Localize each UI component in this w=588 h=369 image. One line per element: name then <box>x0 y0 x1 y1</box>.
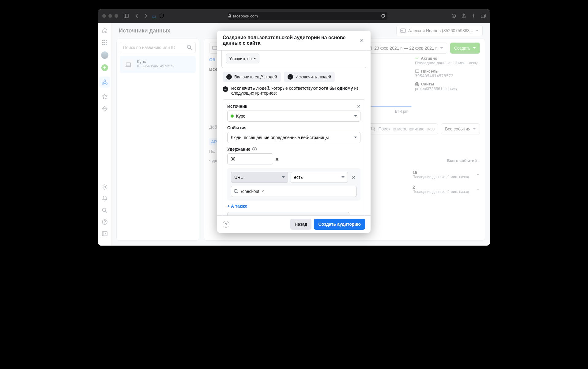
remove-url-row-icon[interactable]: ✕ <box>350 175 357 180</box>
url-field-label: URL <box>234 175 243 180</box>
exclude-button[interactable]: Исключить людей <box>284 72 335 82</box>
url-filter-box: URL есть ✕ /checkou <box>227 168 360 201</box>
new-tab-icon[interactable] <box>471 13 476 18</box>
url-value: /checkout <box>241 189 259 194</box>
exclude-label: Исключить людей <box>296 74 331 79</box>
include-more-button[interactable]: Включить ещё людей <box>223 72 281 82</box>
svg-point-30 <box>254 148 255 149</box>
back-label: Назад <box>295 222 307 227</box>
chevron-down-icon <box>354 137 357 138</box>
source-select[interactable]: Курс <box>227 111 360 122</box>
refine-label: Уточнить по <box>229 56 252 61</box>
extra-filter-dropdown[interactable]: Дополнительно отфильтровать по следующим… <box>227 212 349 215</box>
rule-mid: людей, которые соответствуют <box>255 86 319 91</box>
custom-audience-modal: Создание пользовательской аудитории на о… <box>217 31 371 233</box>
exclude-rule-text: Исключить людей, которые соответствуют х… <box>223 86 365 96</box>
retention-label-text: Удержание <box>227 147 251 152</box>
rule-strong: хотя бы одному <box>319 86 353 91</box>
status-dot-icon <box>231 115 234 118</box>
svg-rect-0 <box>124 14 128 18</box>
operator-select[interactable]: есть <box>291 172 348 183</box>
traffic-lights[interactable] <box>102 14 118 18</box>
modal-title: Создание пользовательской аудитории на о… <box>223 35 359 46</box>
url-tag: /checkout ✕ <box>241 189 264 194</box>
svg-rect-3 <box>481 15 484 18</box>
minus-icon <box>223 86 228 92</box>
search-icon <box>234 189 239 194</box>
minus-icon <box>288 74 293 80</box>
reload-icon[interactable] <box>381 13 386 18</box>
remove-tag-icon[interactable]: ✕ <box>261 189 264 194</box>
retention-label: Удержание <box>227 147 360 152</box>
close-icon[interactable]: ✕ <box>359 37 365 44</box>
address-bar[interactable]: facebook.com <box>228 12 387 20</box>
minimize-dot[interactable] <box>108 14 112 18</box>
help-icon[interactable]: ? <box>223 221 229 228</box>
source-value: Курс <box>236 114 245 119</box>
browser-window: ▭ facebook.com + <box>98 9 490 246</box>
chevron-down-icon <box>341 176 345 178</box>
modal-footer: ? Назад Создать аудиторию <box>217 215 371 233</box>
include-more-label: Включить ещё людей <box>234 74 277 79</box>
tabs-icon[interactable] <box>481 13 486 18</box>
share-icon[interactable] <box>461 13 466 18</box>
forward-icon[interactable] <box>143 13 148 18</box>
svg-rect-31 <box>254 149 255 150</box>
plus-icon <box>226 74 232 80</box>
zoom-dot[interactable] <box>115 14 118 18</box>
chevron-down-icon <box>282 176 285 178</box>
back-icon[interactable] <box>134 13 139 18</box>
chevron-down-icon <box>354 115 357 117</box>
close-dot[interactable] <box>102 14 106 18</box>
chevron-down-icon <box>254 58 256 59</box>
add-condition-link[interactable]: + А также <box>227 204 247 209</box>
retention-input[interactable] <box>227 153 273 164</box>
events-value: Люди, посещавшие определенные веб-страни… <box>231 135 329 140</box>
rule-pre: Исключить <box>231 86 255 91</box>
create-audience-label: Создать аудиторию <box>318 222 361 227</box>
events-label: События <box>227 125 360 130</box>
translate-icon[interactable]: ▭ <box>151 13 156 18</box>
url-value-input[interactable]: /checkout ✕ <box>231 186 357 197</box>
info-icon[interactable] <box>252 147 257 151</box>
events-select[interactable]: Люди, посещавшие определенные веб-страни… <box>227 132 360 143</box>
retention-unit: д. <box>276 156 279 161</box>
remove-criteria-icon[interactable]: ✕ <box>357 104 360 109</box>
sidebar-toggle-icon[interactable] <box>124 13 129 18</box>
url-field-select[interactable]: URL <box>231 172 288 183</box>
create-audience-button[interactable]: Создать аудиторию <box>314 219 365 230</box>
refine-dropdown[interactable]: Уточнить по <box>226 54 259 63</box>
lock-icon <box>228 14 231 18</box>
exclude-criteria-card: ✕ Источник Курс События Люди, посещавшие… <box>223 99 365 215</box>
modal-header: Создание пользовательской аудитории на о… <box>217 31 371 51</box>
modal-body: Уточнить по Включить ещё людей Исключить… <box>217 51 371 215</box>
source-label: Источник <box>227 104 357 109</box>
shield-icon[interactable] <box>159 13 164 18</box>
back-button[interactable]: Назад <box>290 219 312 230</box>
download-icon[interactable] <box>451 13 456 18</box>
url-host: facebook.com <box>233 14 258 18</box>
operator-label: есть <box>294 175 303 180</box>
modal-overlay: Создание пользовательской аудитории на о… <box>98 23 490 246</box>
titlebar: ▭ facebook.com <box>98 9 490 23</box>
